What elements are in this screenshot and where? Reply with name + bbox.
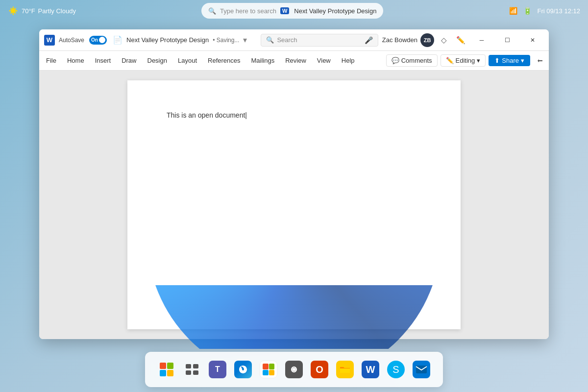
title-dropdown-icon[interactable]: ▾ bbox=[243, 35, 247, 45]
store-button[interactable] bbox=[257, 358, 280, 381]
svg-point-3 bbox=[9, 10, 11, 12]
svg-point-1 bbox=[13, 7, 14, 8]
top-search-bar[interactable]: 🔍 Type here to search W Next Valley Prot… bbox=[201, 3, 383, 19]
svg-point-0 bbox=[11, 8, 16, 13]
title-search-icon: 🔍 bbox=[266, 36, 274, 44]
top-doc-name: Next Valley Prototype Design bbox=[294, 7, 376, 15]
battery-icon: 🔋 bbox=[523, 7, 532, 15]
autosave-state: On bbox=[91, 37, 98, 43]
ribbon-references[interactable]: References bbox=[203, 54, 245, 67]
svg-point-5 bbox=[10, 8, 11, 9]
svg-point-4 bbox=[16, 10, 18, 12]
svg-point-6 bbox=[15, 8, 16, 9]
minimize-button[interactable]: ─ bbox=[470, 32, 493, 48]
autosave-label: AutoSave bbox=[59, 37, 84, 44]
ribbon-mailings[interactable]: Mailings bbox=[246, 54, 280, 67]
doc-file-icon: 📄 bbox=[113, 35, 122, 45]
share-label: Share bbox=[502, 57, 519, 64]
user-name: Zac Bowden bbox=[382, 36, 417, 44]
file-explorer-icon bbox=[339, 364, 351, 375]
word-logo-icon: W bbox=[44, 35, 55, 46]
bloom-gradient bbox=[147, 285, 441, 349]
desktop-bloom-decoration bbox=[122, 285, 466, 349]
store-icon bbox=[263, 364, 274, 375]
settings-icon bbox=[289, 364, 299, 375]
file-explorer-button[interactable] bbox=[333, 358, 357, 381]
weather-widget[interactable]: 70°F Partly Cloudy bbox=[8, 5, 76, 16]
ribbon-home[interactable]: Home bbox=[62, 54, 89, 67]
task-view-button[interactable] bbox=[180, 358, 204, 381]
svg-point-7 bbox=[10, 12, 11, 13]
share-chevron-icon: ▾ bbox=[521, 57, 524, 64]
ribbon-extra-icon-btn[interactable] bbox=[533, 54, 547, 68]
teams-button[interactable]: T bbox=[206, 358, 229, 381]
teams-icon: T bbox=[215, 365, 220, 374]
comments-button[interactable]: 💬 Comments bbox=[386, 54, 438, 67]
ribbon-help[interactable]: Help bbox=[337, 54, 360, 67]
task-view-icon bbox=[184, 362, 200, 377]
document-content[interactable]: This is an open document bbox=[167, 110, 421, 121]
editing-chevron-icon: ▾ bbox=[477, 57, 480, 64]
start-button[interactable] bbox=[155, 358, 178, 381]
word-taskbar-icon: W bbox=[366, 364, 375, 375]
edge-button[interactable] bbox=[231, 358, 255, 381]
comment-bubble-icon: 💬 bbox=[392, 57, 399, 64]
weather-temp: 70°F bbox=[22, 7, 35, 15]
close-button[interactable]: ✕ bbox=[521, 32, 544, 48]
pencil-icon-btn[interactable]: ✏️ bbox=[454, 33, 467, 47]
system-tray: 📶 🔋 Fri 09/13 12:12 bbox=[509, 7, 580, 15]
text-cursor bbox=[245, 111, 247, 119]
ribbon-view[interactable]: View bbox=[312, 54, 336, 67]
title-bar-right: Zac Bowden ZB ◇ ✏️ ─ ☐ ✕ bbox=[382, 32, 544, 48]
title-bar: W AutoSave On 📄 Next Valley Prototype De… bbox=[39, 29, 549, 51]
editing-label: Editing bbox=[456, 57, 475, 64]
search-placeholder: Type here to search bbox=[220, 7, 276, 15]
diamond-icon-btn[interactable]: ◇ bbox=[437, 33, 451, 47]
ribbon-draw[interactable]: Draw bbox=[117, 54, 141, 67]
ribbon-menu: File Home Insert Draw Design Layout Refe… bbox=[39, 51, 549, 71]
svg-point-2 bbox=[13, 14, 14, 15]
svg-point-8 bbox=[15, 12, 16, 13]
saving-status: • Saving... bbox=[213, 37, 239, 44]
edge-icon bbox=[237, 364, 249, 375]
skype-button[interactable]: S bbox=[384, 358, 408, 381]
settings-button[interactable] bbox=[282, 358, 306, 381]
autosave-toggle[interactable]: On bbox=[89, 36, 107, 45]
share-button[interactable]: ⬆ Share ▾ bbox=[489, 55, 530, 66]
document-title: Next Valley Prototype Design bbox=[126, 36, 209, 44]
search-icon: 🔍 bbox=[208, 7, 216, 15]
comments-label: Comments bbox=[401, 57, 432, 64]
office-icon: O bbox=[316, 364, 323, 375]
title-search-placeholder: Search bbox=[277, 36, 297, 44]
pencil-editing-icon: ✏️ bbox=[446, 57, 454, 64]
top-taskbar: 70°F Partly Cloudy 🔍 Type here to search… bbox=[0, 0, 588, 22]
svg-rect-12 bbox=[193, 370, 198, 375]
mail-icon bbox=[416, 365, 427, 374]
mail-button[interactable] bbox=[410, 358, 433, 381]
svg-rect-11 bbox=[186, 370, 191, 375]
document-text: This is an open document bbox=[167, 111, 245, 119]
ribbon-layout[interactable]: Layout bbox=[173, 54, 202, 67]
ribbon-design[interactable]: Design bbox=[143, 54, 172, 67]
ribbon-review[interactable]: Review bbox=[280, 54, 311, 67]
microphone-icon: 🎤 bbox=[365, 36, 373, 44]
share-icon: ⬆ bbox=[494, 57, 500, 64]
svg-rect-9 bbox=[186, 364, 191, 368]
taskbar-bottom: T bbox=[145, 352, 443, 387]
word-badge: W bbox=[280, 7, 289, 14]
ribbon-insert[interactable]: Insert bbox=[90, 54, 116, 67]
ribbon-right-actions: 💬 Comments ✏️ Editing ▾ ⬆ Share ▾ bbox=[386, 54, 547, 68]
weather-condition: Partly Cloudy bbox=[38, 7, 76, 15]
skype-icon: S bbox=[392, 364, 399, 375]
clock: Fri 09/13 12:12 bbox=[538, 7, 580, 15]
word-taskbar-button[interactable]: W bbox=[359, 358, 382, 381]
office-button[interactable]: O bbox=[308, 358, 331, 381]
svg-rect-10 bbox=[193, 364, 198, 368]
wifi-icon: 📶 bbox=[509, 7, 517, 15]
user-avatar[interactable]: ZB bbox=[420, 33, 434, 47]
weather-icon bbox=[8, 5, 19, 16]
maximize-button[interactable]: ☐ bbox=[496, 32, 518, 48]
ribbon-file[interactable]: File bbox=[41, 54, 61, 67]
title-search-bar[interactable]: 🔍 Search 🎤 bbox=[261, 34, 378, 47]
editing-button[interactable]: ✏️ Editing ▾ bbox=[441, 54, 486, 67]
